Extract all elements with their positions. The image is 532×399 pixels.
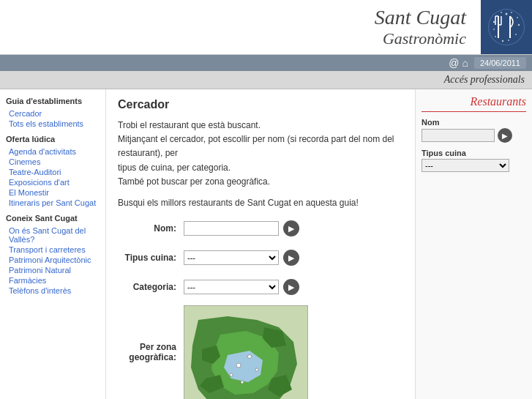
svg-point-12 bbox=[515, 34, 517, 35]
sidebar-item-agenda[interactable]: Agenda d'activitats bbox=[6, 146, 100, 157]
svg-point-8 bbox=[511, 12, 512, 13]
sidebar-item-transport[interactable]: Transport i carreteres bbox=[6, 245, 100, 255]
sidebar-item-exposicions[interactable]: Exposicions d'art bbox=[6, 177, 100, 187]
home-icon[interactable]: ⌂ bbox=[462, 57, 468, 69]
desc-line4: També pot buscar per zona geogràfica. bbox=[118, 176, 270, 187]
right-nom-input[interactable] bbox=[422, 129, 495, 142]
svg-point-22 bbox=[255, 368, 258, 371]
main-layout: Guia d'establiments Cercador Tots els es… bbox=[0, 89, 532, 399]
map-container: Per zona geogràfica: bbox=[118, 305, 403, 399]
sidebar: Guia d'establiments Cercador Tots els es… bbox=[0, 89, 106, 399]
categoria-go-button[interactable]: ▶ bbox=[283, 279, 299, 295]
sidebar-item-on-es[interactable]: On és Sant Cugat del Vallès? bbox=[6, 225, 100, 245]
right-panel-title: Restaurants bbox=[422, 95, 526, 112]
sidebar-item-telefons[interactable]: Telèfons d'interès bbox=[6, 286, 100, 296]
svg-point-9 bbox=[501, 12, 502, 13]
header-logo: Sant Cugat Gastronòmic bbox=[0, 0, 481, 54]
sidebar-item-teatre[interactable]: Teatre-Auditori bbox=[6, 167, 100, 177]
svg-point-7 bbox=[506, 13, 508, 15]
sidebar-item-tots[interactable]: Tots els establiments bbox=[6, 119, 100, 129]
svg-point-11 bbox=[518, 24, 520, 26]
categoria-label: Categoria: bbox=[118, 282, 184, 292]
sidebar-section-coneix: Coneix Sant Cugat bbox=[6, 214, 100, 223]
nom-row: Nom: ▶ bbox=[118, 217, 403, 239]
access-bar: Accés professionals bbox=[0, 71, 532, 89]
site-title1: Sant Cugat bbox=[375, 6, 466, 29]
svg-point-17 bbox=[493, 21, 495, 23]
map-svg[interactable] bbox=[184, 305, 308, 399]
categoria-row: Categoria: --- ▶ bbox=[118, 276, 403, 298]
tipus-label: Tipus cuina: bbox=[118, 253, 184, 263]
sidebar-item-cinemes[interactable]: Cinemes bbox=[6, 157, 100, 167]
svg-point-21 bbox=[230, 373, 233, 376]
sidebar-section-establiments: Guia d'establiments bbox=[6, 97, 100, 105]
sidebar-item-monestir[interactable]: El Monestir bbox=[6, 187, 100, 198]
svg-point-14 bbox=[502, 40, 503, 42]
site-title2: Gastronòmic bbox=[375, 29, 466, 48]
sidebar-item-patrimoni-arq[interactable]: Patrimoni Arquitectònic bbox=[6, 255, 100, 265]
sidebar-item-itineraris[interactable]: Itineraris per Sant Cugat bbox=[6, 198, 100, 208]
logo-text: Sant Cugat Gastronòmic bbox=[375, 6, 466, 48]
right-tipus-select[interactable]: --- bbox=[422, 159, 509, 172]
svg-point-19 bbox=[236, 363, 241, 368]
nom-input[interactable] bbox=[184, 221, 279, 236]
sidebar-item-patrimoni-nat[interactable]: Patrimoni Natural bbox=[6, 265, 100, 275]
sidebar-section-oferta: Oferta lúdica bbox=[6, 135, 100, 143]
desc-line5-wrapper: Busqui els millors restaurants de Sant C… bbox=[118, 196, 403, 210]
logo-svg bbox=[488, 9, 525, 45]
nom-go-button[interactable]: ▶ bbox=[283, 220, 299, 236]
access-professionals-label: Accés professionals bbox=[444, 74, 525, 86]
desc-line5: Busqui els millors restaurants de Sant C… bbox=[118, 198, 359, 208]
svg-point-23 bbox=[241, 381, 244, 384]
svg-point-16 bbox=[493, 29, 495, 30]
svg-point-20 bbox=[248, 355, 252, 359]
tipus-select[interactable]: --- bbox=[184, 250, 279, 265]
logo-circle bbox=[488, 9, 525, 45]
svg-point-13 bbox=[508, 40, 509, 41]
date-display: 24/06/2011 bbox=[474, 57, 526, 69]
page-title: Cercador bbox=[118, 98, 403, 111]
nom-label: Nom: bbox=[118, 223, 184, 234]
top-bar: @ ⌂ 24/06/2011 bbox=[0, 55, 532, 71]
top-bar-icons: @ ⌂ bbox=[449, 57, 468, 69]
svg-point-15 bbox=[495, 36, 496, 37]
right-nom-go-button[interactable]: ▶ bbox=[498, 128, 512, 143]
right-panel: Restaurants Nom ▶ Tipus cuina --- bbox=[415, 89, 532, 399]
sidebar-item-farmacies[interactable]: Farmàcies bbox=[6, 275, 100, 286]
email-icon[interactable]: @ bbox=[449, 57, 459, 69]
content-description: Trobi el restaurant que està buscant. Mi… bbox=[118, 119, 403, 189]
categoria-select[interactable]: --- bbox=[184, 280, 279, 294]
svg-point-10 bbox=[517, 17, 518, 18]
tipus-go-button[interactable]: ▶ bbox=[283, 250, 299, 266]
right-nom-row: ▶ bbox=[422, 128, 526, 143]
right-tipus-label: Tipus cuina bbox=[422, 149, 526, 157]
header: Sant Cugat Gastronòmic bbox=[0, 0, 532, 55]
sidebar-item-cercador[interactable]: Cercador bbox=[6, 108, 100, 119]
desc-line1: Trobi el restaurant que està buscant. bbox=[118, 120, 261, 130]
zona-label: Per zona geogràfica: bbox=[118, 305, 184, 362]
tipus-row: Tipus cuina: --- ▶ bbox=[118, 247, 403, 269]
map-wrapper[interactable] bbox=[184, 305, 308, 399]
right-nom-label: Nom bbox=[422, 118, 526, 127]
header-icon-box bbox=[481, 0, 532, 54]
content-area: Cercador Trobi el restaurant que està bu… bbox=[106, 89, 415, 399]
desc-line3: tipus de cuina, per categoria. bbox=[118, 163, 231, 173]
desc-line2: Mitjançant el cercador, pot escollir per… bbox=[118, 134, 394, 158]
